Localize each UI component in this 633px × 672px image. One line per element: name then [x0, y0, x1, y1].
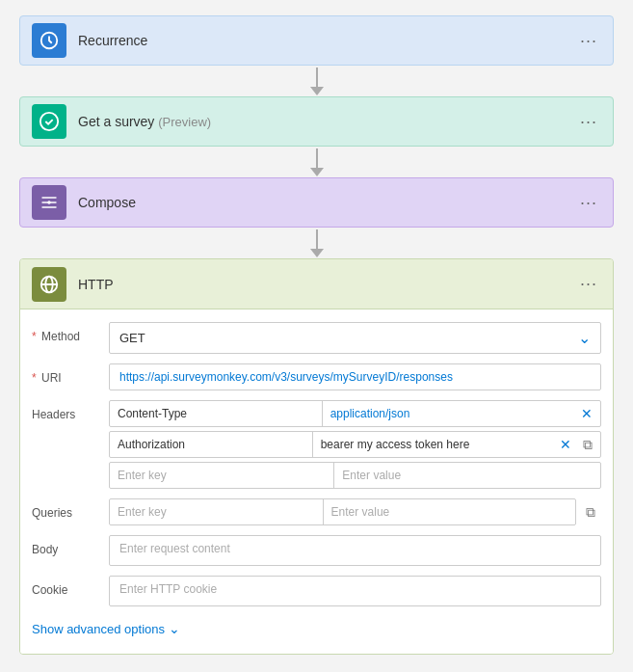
headers-control: Content-Type application/json ✕ Authoriz… [109, 400, 601, 489]
header-delete-icon-2[interactable]: ✕ [556, 435, 575, 454]
method-row: * Method GET ⌄ [20, 317, 613, 359]
headers-row: Headers Content-Type application/json ✕ [20, 395, 613, 494]
uri-label: * URI [32, 363, 109, 385]
compose-menu[interactable]: ··· [576, 189, 601, 217]
method-label: * Method [32, 322, 109, 343]
header-key-2: Authorization [110, 432, 313, 457]
queries-value-placeholder[interactable]: Enter value [324, 499, 575, 524]
http-block: HTTP ··· * Method GET ⌄ [19, 258, 614, 655]
cookie-placeholder: Enter HTTP cookie [119, 582, 217, 596]
header-delete-icon-1[interactable]: ✕ [577, 404, 596, 423]
http-block-header[interactable]: HTTP ··· [20, 259, 613, 309]
http-form: * Method GET ⌄ * URI http [20, 309, 613, 654]
queries-row: Queries Enter key Enter value ⧉ [20, 494, 613, 530]
show-advanced-options[interactable]: Show advanced options ⌄ [20, 611, 613, 646]
method-required: * [32, 330, 37, 343]
header-value-1: application/json [323, 401, 573, 426]
cookie-input[interactable]: Enter HTTP cookie [109, 576, 601, 606]
header-row-2: Authorization bearer my access token her… [109, 431, 601, 458]
header-value-2: bearer my access token here [313, 432, 552, 457]
survey-icon [32, 104, 66, 139]
queries-control: Enter key Enter value ⧉ [109, 498, 601, 525]
recurrence-block[interactable]: Recurrence ··· [19, 15, 614, 66]
uri-row: * URI https://api.surveymonkey.com/v3/su… [20, 359, 613, 395]
body-label: Body [32, 535, 109, 556]
compose-icon [32, 185, 66, 220]
queries-copy-icon[interactable]: ⧉ [580, 502, 601, 523]
connector-line-1 [316, 67, 318, 87]
survey-menu[interactable]: ··· [576, 108, 601, 136]
survey-title: Get a survey (Preview) [78, 114, 576, 129]
cookie-row: Cookie Enter HTTP cookie [20, 571, 613, 611]
uri-input[interactable]: https://api.surveymonkey.com/v3/surveys/… [109, 363, 601, 390]
header-row-1: Content-Type application/json ✕ [109, 400, 601, 427]
body-control: Enter request content [109, 535, 601, 566]
survey-block[interactable]: Get a survey (Preview) ··· [19, 96, 614, 147]
connector-arrow-1 [310, 87, 324, 95]
body-input[interactable]: Enter request content [109, 535, 601, 566]
header-actions-1: ✕ [573, 404, 600, 423]
recurrence-icon [32, 23, 66, 58]
header-key-1: Content-Type [110, 401, 323, 426]
connector-line-2 [316, 148, 318, 168]
body-row: Body Enter request content [20, 530, 613, 571]
header-value-placeholder-3[interactable]: Enter value [334, 463, 600, 488]
show-advanced-label: Show advanced options [32, 622, 165, 636]
show-advanced-chevron-icon: ⌄ [169, 621, 180, 636]
connector-arrow-3 [310, 249, 324, 257]
uri-required: * [32, 371, 37, 385]
http-icon [32, 267, 66, 302]
queries-input-row: Enter key Enter value [109, 498, 576, 525]
body-placeholder: Enter request content [119, 542, 230, 555]
connector-2 [310, 147, 324, 177]
connector-line-3 [316, 229, 318, 249]
queries-key-placeholder[interactable]: Enter key [110, 499, 324, 524]
header-key-placeholder-3[interactable]: Enter key [110, 463, 334, 488]
header-row-3: Enter key Enter value [109, 462, 601, 489]
connector-1 [310, 66, 324, 96]
method-control: GET ⌄ [109, 322, 601, 354]
uri-control: https://api.surveymonkey.com/v3/surveys/… [109, 363, 601, 390]
cookie-label: Cookie [32, 576, 109, 597]
http-title: HTTP [78, 277, 576, 292]
method-value: GET [119, 331, 145, 345]
svg-point-1 [48, 202, 50, 203]
compose-block[interactable]: Compose ··· [19, 177, 614, 228]
headers-label: Headers [32, 400, 109, 421]
compose-title: Compose [78, 195, 576, 210]
http-menu[interactable]: ··· [576, 270, 601, 298]
recurrence-title: Recurrence [78, 33, 576, 48]
uri-value: https://api.surveymonkey.com/v3/surveys/… [119, 370, 453, 384]
queries-label: Queries [32, 498, 109, 520]
connector-arrow-2 [310, 168, 324, 176]
header-copy-icon-2[interactable]: ⧉ [579, 435, 596, 455]
recurrence-menu[interactable]: ··· [576, 27, 601, 55]
chevron-down-icon: ⌄ [578, 329, 591, 347]
connector-3 [310, 228, 324, 258]
method-dropdown[interactable]: GET ⌄ [109, 322, 601, 354]
survey-preview-tag: (Preview) [158, 115, 211, 129]
header-actions-2: ✕ ⧉ [552, 435, 600, 455]
cookie-control: Enter HTTP cookie [109, 576, 601, 606]
flow-container: Recurrence ··· Get a survey (Preview) ··… [0, 0, 633, 670]
